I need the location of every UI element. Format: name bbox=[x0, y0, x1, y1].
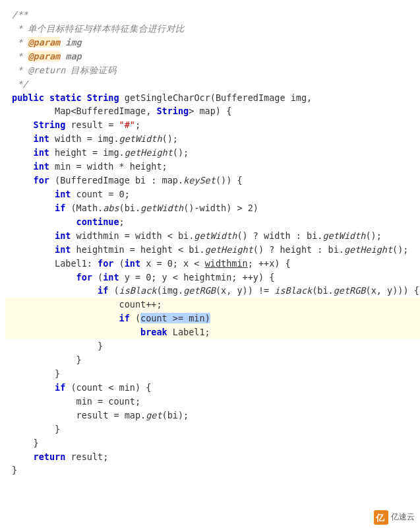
code-line-4: * @param map bbox=[5, 50, 420, 63]
code-line-13: for (BufferedImage bi : map.keySet()) { bbox=[5, 174, 420, 187]
code-line-2: * 单个目标特征与样本特征集合进行对比 bbox=[5, 22, 420, 36]
code-line-10: int width = img.getWidth(); bbox=[5, 132, 420, 146]
code-line-7: public static String getSingleCharOcr(Bu… bbox=[5, 91, 420, 105]
code-line-25: } bbox=[5, 339, 420, 353]
code-line-12: int min = width * height; bbox=[5, 160, 420, 174]
code-line-9: String result = "#"; bbox=[5, 118, 420, 132]
code-line-32: } bbox=[5, 436, 420, 450]
code-line-21: if (isBlack(img.getRGB(x, y)) != isBlack… bbox=[5, 284, 420, 298]
code-line-31: } bbox=[5, 422, 420, 436]
code-line-33: return result; bbox=[5, 450, 420, 464]
code-line-1: /** bbox=[5, 8, 420, 22]
code-line-27: } bbox=[5, 367, 420, 381]
code-line-8: Map<BufferedImage, String> map) { bbox=[5, 104, 420, 118]
watermark: 亿 亿速云 bbox=[374, 510, 415, 525]
code-line-17: int widthmin = width < bi.getWidth() ? w… bbox=[5, 229, 420, 243]
watermark-logo-icon: 亿 bbox=[374, 510, 388, 525]
code-line-6: */ bbox=[5, 77, 420, 91]
code-line-11: int height = img.getHeight(); bbox=[5, 146, 420, 160]
code-line-18: int heightmin = height < bi.getHeight() … bbox=[5, 243, 420, 257]
code-line-22: count++; bbox=[5, 298, 420, 312]
code-line-15: if (Math.abs(bi.getWidth()-width) > 2) bbox=[5, 201, 420, 215]
code-line-30: result = map.get(bi); bbox=[5, 409, 420, 422]
code-line-14: int count = 0; bbox=[5, 187, 420, 201]
code-line-34: } bbox=[5, 463, 420, 477]
code-container: /** * 单个目标特征与样本特征集合进行对比 * @param img * @… bbox=[0, 0, 420, 530]
code-line-3: * @param img bbox=[5, 36, 420, 50]
code-line-28: if (count < min) { bbox=[5, 381, 420, 395]
code-line-24: break Label1; bbox=[5, 325, 420, 339]
code-line-19: Label1: for (int x = 0; x < widthmin; ++… bbox=[5, 257, 420, 271]
code-line-29: min = count; bbox=[5, 395, 420, 409]
svg-text:亿: 亿 bbox=[375, 513, 385, 523]
code-line-5: * @return 目标验证码 bbox=[5, 63, 420, 77]
watermark-text: 亿速云 bbox=[391, 512, 415, 524]
code-line-26: } bbox=[5, 353, 420, 367]
code-line-23: if (count >= min) bbox=[5, 312, 420, 325]
code-line-20: for (int y = 0; y < heightmin; ++y) { bbox=[5, 271, 420, 284]
code-line-16: continue; bbox=[5, 215, 420, 229]
